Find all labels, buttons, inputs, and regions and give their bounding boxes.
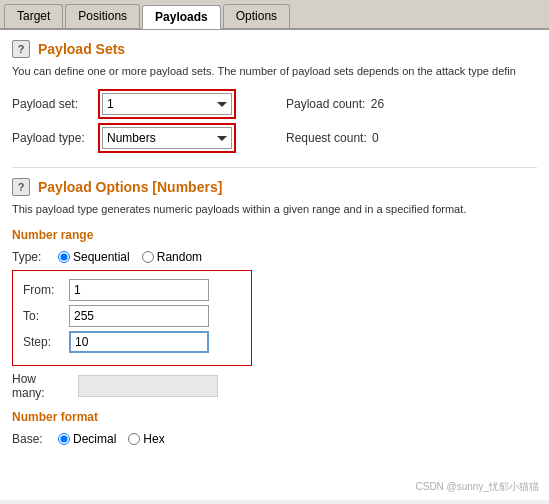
tab-payloads[interactable]: Payloads bbox=[142, 5, 221, 29]
type-radio-group: Sequential Random bbox=[58, 250, 202, 264]
number-format-title: Number format bbox=[12, 410, 537, 424]
decimal-radio-item[interactable]: Decimal bbox=[58, 432, 116, 446]
random-radio[interactable] bbox=[142, 251, 154, 263]
to-label: To: bbox=[23, 309, 63, 323]
main-content: ? Payload Sets You can define one or mor… bbox=[0, 30, 549, 500]
sequential-radio-item[interactable]: Sequential bbox=[58, 250, 130, 264]
payload-type-field-group: Numbers Simple list Runtime file Custom … bbox=[98, 123, 236, 153]
decimal-radio[interactable] bbox=[58, 433, 70, 445]
payload-set-label: Payload set: bbox=[12, 97, 92, 111]
base-radio-group: Decimal Hex bbox=[58, 432, 165, 446]
step-input[interactable] bbox=[69, 331, 209, 353]
request-count-row: Request count: 0 bbox=[266, 131, 379, 145]
payload-set-row: Payload set: 1 bbox=[12, 89, 236, 119]
number-format-section: Number format Base: Decimal Hex bbox=[12, 410, 537, 446]
sequential-label: Sequential bbox=[73, 250, 130, 264]
sequential-radio[interactable] bbox=[58, 251, 70, 263]
payload-sets-desc: You can define one or more payload sets.… bbox=[12, 64, 537, 79]
to-row: To: bbox=[23, 305, 241, 327]
step-row: Step: bbox=[23, 331, 241, 353]
payload-type-select[interactable]: Numbers Simple list Runtime file Custom … bbox=[102, 127, 232, 149]
step-label: Step: bbox=[23, 335, 63, 349]
payload-sets-title: Payload Sets bbox=[38, 41, 125, 57]
payload-type-row: Payload type: Numbers Simple list Runtim… bbox=[12, 123, 236, 153]
hex-radio-item[interactable]: Hex bbox=[128, 432, 164, 446]
request-count-label: Request count: 0 bbox=[286, 131, 379, 145]
payload-options-section: ? Payload Options [Numbers] This payload… bbox=[12, 178, 537, 445]
payload-sets-header: ? Payload Sets bbox=[12, 40, 537, 58]
payload-set-field-group: 1 bbox=[98, 89, 236, 119]
range-box: From: To: Step: bbox=[12, 270, 252, 366]
how-many-input bbox=[78, 375, 218, 397]
section-divider bbox=[12, 167, 537, 168]
payload-options-desc: This payload type generates numeric payl… bbox=[12, 202, 537, 217]
base-row: Base: Decimal Hex bbox=[12, 432, 537, 446]
how-many-label: How many: bbox=[12, 372, 72, 400]
payload-count-row: Payload count: 26 bbox=[266, 97, 384, 111]
help-icon-sets[interactable]: ? bbox=[12, 40, 30, 58]
tab-positions[interactable]: Positions bbox=[65, 4, 140, 28]
payload-count-label: Payload count: 26 bbox=[286, 97, 384, 111]
payload-set-select[interactable]: 1 bbox=[102, 93, 232, 115]
type-row: Type: Sequential Random bbox=[12, 250, 252, 264]
help-icon-options[interactable]: ? bbox=[12, 178, 30, 196]
base-label: Base: bbox=[12, 432, 52, 446]
to-input[interactable] bbox=[69, 305, 209, 327]
decimal-label: Decimal bbox=[73, 432, 116, 446]
tab-target[interactable]: Target bbox=[4, 4, 63, 28]
number-range-title: Number range bbox=[12, 228, 537, 242]
random-label: Random bbox=[157, 250, 202, 264]
random-radio-item[interactable]: Random bbox=[142, 250, 202, 264]
payload-options-title: Payload Options [Numbers] bbox=[38, 179, 222, 195]
from-input[interactable] bbox=[69, 279, 209, 301]
payload-sets-section: ? Payload Sets You can define one or mor… bbox=[12, 40, 537, 153]
payload-options-header: ? Payload Options [Numbers] bbox=[12, 178, 537, 196]
hex-radio[interactable] bbox=[128, 433, 140, 445]
from-row: From: bbox=[23, 279, 241, 301]
tab-options[interactable]: Options bbox=[223, 4, 290, 28]
how-many-row: How many: bbox=[12, 372, 252, 400]
payload-type-label: Payload type: bbox=[12, 131, 92, 145]
type-label: Type: bbox=[12, 250, 52, 264]
watermark: CSDN @sunny_忧郁小猫猫 bbox=[415, 480, 539, 494]
hex-label: Hex bbox=[143, 432, 164, 446]
tab-bar: Target Positions Payloads Options bbox=[0, 0, 549, 30]
from-label: From: bbox=[23, 283, 63, 297]
